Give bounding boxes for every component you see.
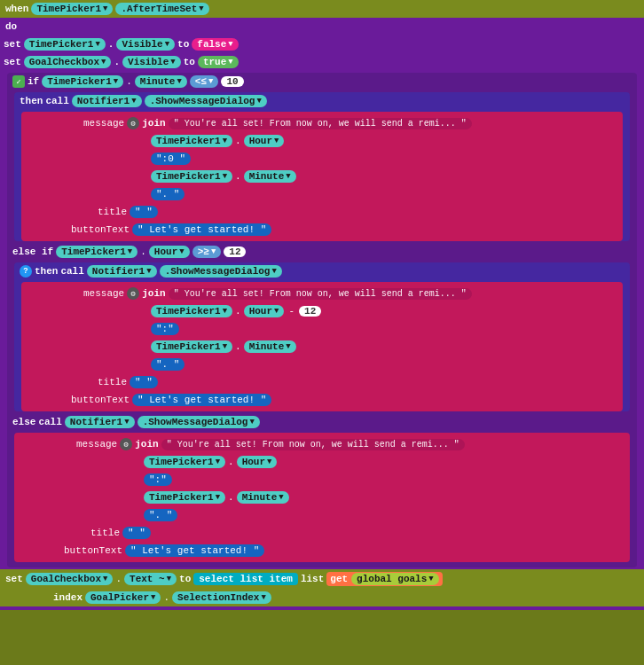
buttontext-label2: buttonText bbox=[71, 395, 130, 405]
visible-pill1[interactable]: Visible ▼ bbox=[116, 38, 175, 51]
if-block: ✓ if TimePicker1 ▼ . Minute ▼ <≤ ▼ 10 bbox=[7, 73, 637, 567]
timepicker1-pill[interactable]: TimePicker1 ▼ bbox=[31, 3, 113, 15]
num10-badge[interactable]: 10 bbox=[221, 76, 243, 87]
msg-text1: " You're all set! From now on, we will s… bbox=[169, 118, 472, 129]
hour-pill3[interactable]: Hour ▼ bbox=[244, 305, 285, 317]
tp-minute-row3: TimePicker1 ▼ . Minute ▼ bbox=[20, 489, 624, 506]
colon-str3: ":" bbox=[144, 473, 172, 486]
gear-icon3: ⚙ bbox=[120, 438, 132, 450]
hour-pill1[interactable]: Hour ▼ bbox=[244, 135, 285, 147]
call-label1: call bbox=[45, 96, 68, 106]
then-section: then call Notifier1 ▼ .ShowMessageDialog… bbox=[14, 92, 630, 241]
do-section: do set TimePicker1 ▼ . Visible ▼ to fals… bbox=[0, 18, 644, 610]
dot-str1: ". " bbox=[151, 188, 185, 200]
else-label: else bbox=[12, 417, 35, 427]
title-val3: " " bbox=[122, 527, 151, 539]
dot3: . bbox=[126, 76, 132, 87]
msg-text3: " You're all set! From now on, we will s… bbox=[161, 439, 465, 450]
join-label2: join bbox=[142, 288, 165, 299]
else-if-label: else if bbox=[12, 246, 53, 257]
gte-pill[interactable]: >≥ ▼ bbox=[192, 246, 222, 258]
showmsg-pill2[interactable]: .ShowMessageDialog ▼ bbox=[160, 265, 282, 278]
then-label2: then bbox=[35, 266, 58, 277]
timepicker1-pill2[interactable]: TimePicker1 ▼ bbox=[24, 38, 106, 51]
else-if-row: else if TimePicker1 ▼ . Hour ▼ >≥ ▼ 12 bbox=[7, 243, 637, 261]
call-label2: call bbox=[60, 266, 83, 277]
notifier1-pill1[interactable]: Notifier1 ▼ bbox=[72, 95, 142, 107]
dot-str-row2: ". " bbox=[27, 356, 617, 373]
global-goals-pill[interactable]: global goals ▼ bbox=[351, 573, 439, 585]
dot-str3: ". " bbox=[144, 509, 177, 521]
title-label1: title bbox=[98, 207, 127, 217]
get-block[interactable]: get global goals ▼ bbox=[326, 572, 442, 586]
tp1-pill7[interactable]: TimePicker1 ▼ bbox=[151, 305, 232, 317]
colon-row2: ":" bbox=[27, 320, 617, 338]
timepicker-minute-row1: TimePicker1 ▼ . Minute ▼ bbox=[27, 168, 617, 185]
buttontext-label3: buttonText bbox=[64, 545, 122, 556]
minute-pill3[interactable]: Minute ▼ bbox=[244, 340, 296, 353]
message-label3: message bbox=[76, 439, 117, 450]
goalcheckbox-pill2[interactable]: GoalCheckbox ▼ bbox=[26, 573, 114, 585]
dropdown-arrow2: ▼ bbox=[199, 4, 203, 13]
index-label: index bbox=[53, 592, 82, 603]
buttontext-label1: buttonText bbox=[71, 224, 130, 235]
bottom-set-row1: set GoalCheckbox ▼ . Text ~ ▼ to select … bbox=[0, 569, 644, 589]
tp1-pill8[interactable]: TimePicker1 ▼ bbox=[151, 340, 232, 353]
minute-pill1[interactable]: Minute ▼ bbox=[135, 75, 187, 88]
set-label3: set bbox=[5, 574, 23, 584]
to-label1: to bbox=[177, 39, 189, 50]
minute-pill2[interactable]: Minute ▼ bbox=[244, 170, 296, 183]
visible-pill2[interactable]: Visible ▼ bbox=[122, 56, 181, 68]
dot1: . bbox=[108, 39, 114, 50]
dot-str2: ". " bbox=[151, 358, 185, 371]
main-container: when TimePicker1 ▼ .AfterTimeSet ▼ do se… bbox=[0, 0, 644, 610]
set-visible-false-row: set TimePicker1 ▼ . Visible ▼ to false ▼ bbox=[0, 35, 644, 53]
tp1-pill6[interactable]: TimePicker1 ▼ bbox=[56, 246, 137, 258]
bottom-set-row2: index GoalPicker ▼ . SelectionIndex ▼ bbox=[0, 589, 644, 606]
gear-icon2: ⚙ bbox=[127, 287, 139, 300]
tp1-pill10[interactable]: TimePicker1 ▼ bbox=[144, 491, 225, 504]
title-row1: title " " bbox=[27, 203, 617, 221]
dropdown-arrow: ▼ bbox=[103, 4, 107, 13]
tp1-pill9[interactable]: TimePicker1 ▼ bbox=[144, 456, 225, 468]
message-block2: message ⚙ join " You're all set! From no… bbox=[21, 282, 623, 411]
hour-pill2[interactable]: Hour ▼ bbox=[149, 246, 190, 258]
false-pill[interactable]: false ▼ bbox=[192, 38, 238, 51]
title-val2: " " bbox=[130, 376, 158, 388]
call-label3: call bbox=[38, 417, 61, 427]
to-label3: to bbox=[179, 574, 191, 584]
after-time-set-pill[interactable]: .AfterTimeSet ▼ bbox=[115, 3, 208, 15]
num12-badge[interactable]: 12 bbox=[224, 246, 246, 257]
colon0-str: ":0 " bbox=[151, 153, 191, 165]
message-label-row1: message ⚙ join " You're all set! From no… bbox=[27, 114, 617, 132]
lte-pill[interactable]: <≤ ▼ bbox=[190, 75, 219, 88]
minute-pill4[interactable]: Minute ▼ bbox=[237, 491, 289, 504]
buttontext-row3: buttonText " Let's get started! " bbox=[20, 542, 624, 559]
tp1-pill5[interactable]: TimePicker1 ▼ bbox=[151, 170, 232, 183]
dot-str-row1: ". " bbox=[27, 185, 617, 203]
hour-pill4[interactable]: Hour ▼ bbox=[237, 456, 278, 468]
btntext-val1: " Let's get started! " bbox=[132, 223, 271, 236]
gear-icon1: ⚙ bbox=[127, 117, 139, 129]
true-pill[interactable]: true ▼ bbox=[198, 56, 239, 68]
showmsg-pill1[interactable]: .ShowMessageDialog ▼ bbox=[145, 95, 267, 107]
when-label: when bbox=[5, 4, 28, 14]
select-list-item-block[interactable]: select list item bbox=[193, 573, 298, 585]
buttontext-row2: buttonText " Let's get started! " bbox=[27, 391, 617, 409]
question-icon: ? bbox=[20, 265, 32, 278]
message-label-row2: message ⚙ join " You're all set! From no… bbox=[27, 285, 617, 302]
showmsg-pill3[interactable]: .ShowMessageDialog ▼ bbox=[137, 416, 260, 428]
goalcheckbox-pill1[interactable]: GoalCheckbox ▼ bbox=[24, 56, 112, 68]
goalpicker-pill[interactable]: GoalPicker ▼ bbox=[85, 591, 161, 604]
notifier1-pill2[interactable]: Notifier1 ▼ bbox=[87, 265, 157, 278]
selection-index-pill[interactable]: SelectionIndex ▼ bbox=[172, 591, 271, 604]
notifier1-pill3[interactable]: Notifier1 ▼ bbox=[65, 416, 135, 428]
tp-hour-row2: TimePicker1 ▼ . Hour ▼ - 12 bbox=[27, 302, 617, 320]
if-row: ✓ if TimePicker1 ▼ . Minute ▼ <≤ ▼ 10 bbox=[7, 73, 637, 90]
text-tilde-pill[interactable]: Text ~ ▼ bbox=[124, 573, 177, 585]
message-block1: message ⚙ join " You're all set! From no… bbox=[21, 112, 623, 241]
timepicker1-pill3[interactable]: TimePicker1 ▼ bbox=[42, 75, 123, 88]
title-val1: " " bbox=[130, 206, 158, 218]
num12-badge2[interactable]: 12 bbox=[299, 306, 321, 317]
tp1-pill4[interactable]: TimePicker1 ▼ bbox=[151, 135, 232, 147]
